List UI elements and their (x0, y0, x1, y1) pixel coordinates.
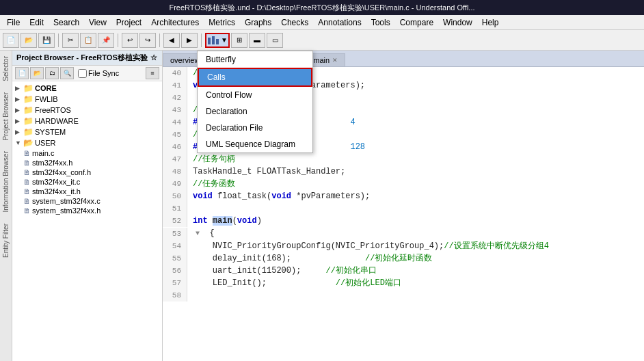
project-browser-toolbar: 📄 📂 🗂 🔍 File Sync ≡ (12, 66, 162, 81)
menu-graphs[interactable]: Graphs (241, 16, 276, 29)
forward-button[interactable]: ▶ (181, 33, 198, 48)
open-button[interactable]: 📂 (21, 33, 37, 48)
menu-window[interactable]: Window (439, 16, 477, 29)
line-content-56: uart_init(115200); //初始化串口 (187, 265, 377, 277)
graph-button[interactable]: ▼ (205, 33, 230, 48)
file-sync-checkbox[interactable] (78, 69, 87, 78)
dropdown-uml[interactable]: UML Sequence Diagram (198, 136, 312, 152)
graph-icon (207, 35, 221, 46)
menu-file[interactable]: File (3, 16, 24, 29)
undo-button[interactable]: ↩ (122, 33, 138, 48)
separator-4 (201, 34, 202, 47)
line-num-49: 49 (163, 178, 187, 190)
menu-bar: File Edit Search View Project Architectu… (0, 15, 644, 30)
selector-label: Selector (1, 51, 11, 87)
new-button[interactable]: 📄 (3, 33, 19, 48)
core-label: CORE (35, 84, 57, 92)
layout1-button[interactable]: ⊞ (231, 33, 247, 48)
layout3-button[interactable]: ▭ (267, 33, 283, 48)
menu-tools[interactable]: Tools (367, 16, 394, 29)
pb-new-btn[interactable]: 📄 (15, 67, 29, 79)
menu-metrics[interactable]: Metrics (204, 16, 239, 29)
line-content-52: int main(void) (187, 215, 262, 227)
hardware-folder-icon: 📁 (23, 116, 33, 126)
dropdown-declaration-file[interactable]: Declaration File (198, 120, 312, 136)
menu-architectures[interactable]: Architectures (147, 16, 203, 29)
tab-butterfly-close[interactable]: ✕ (332, 57, 338, 64)
system-label: SYSTEM (35, 128, 66, 136)
code-line-50: 50 void float_task(void *pvParameters); (163, 190, 644, 202)
dropdown-declaration[interactable]: Declaration (198, 103, 312, 120)
tree-item-stm32f4xx-it-c[interactable]: 🗎 stm32f4xx_it.c (12, 177, 162, 187)
stm32f4xx-h-icon: 🗎 (23, 159, 31, 167)
stm32f4xx-h-label: stm32f4xx.h (32, 159, 72, 167)
tree-item-core[interactable]: ▶ 📁 CORE (12, 83, 162, 94)
tree-item-system[interactable]: ▶ 📁 SYSTEM (12, 126, 162, 137)
tree-item-system-stm32f4xx-c[interactable]: 🗎 system_stm32f4xx.c (12, 196, 162, 206)
tree-item-user[interactable]: ▼ 📂 USER (12, 137, 162, 148)
line-num-53: 53 (163, 228, 187, 240)
line-content-48: TaskHandle_t FLOATTask_Handler; (187, 165, 345, 178)
tree-item-freertos[interactable]: ▶ 📁 FreeRTOS (12, 105, 162, 116)
line-content-57: LED_Init(); //初始化LED端口 (187, 277, 401, 289)
line-num-57: 57 (163, 277, 187, 289)
pb-folder-btn[interactable]: 🗂 (45, 67, 59, 79)
pb-search-btn[interactable]: 🔍 (60, 67, 74, 79)
freertos-arrow: ▶ (15, 107, 22, 113)
line-content-47: //任务句柄 (187, 153, 235, 165)
tab-overview-label: overview (170, 56, 200, 64)
menu-project[interactable]: Project (112, 16, 146, 29)
dropdown-declaration-file-label: Declaration File (206, 123, 263, 133)
stm32f4xx-conf-label: stm32f4xx_conf.h (32, 168, 91, 176)
tree-item-stm32f4xx-it-h[interactable]: 🗎 stm32f4xx_it.h (12, 187, 162, 196)
dropdown-control-flow[interactable]: Control Flow (198, 87, 312, 103)
menu-checks[interactable]: Checks (277, 16, 312, 29)
cut-button[interactable]: ✂ (62, 33, 79, 48)
separator-2 (118, 34, 118, 47)
menu-view[interactable]: View (85, 16, 111, 29)
paste-button[interactable]: 📌 (98, 33, 114, 48)
redo-button[interactable]: ↪ (139, 33, 156, 48)
tree-item-main-c[interactable]: 🗎 main.c (12, 148, 162, 158)
system-arrow: ▶ (15, 129, 22, 135)
freertos-folder-icon: 📁 (23, 105, 33, 115)
dropdown-calls-label: Calls (207, 72, 226, 82)
menu-help[interactable]: Help (478, 16, 503, 29)
dropdown-calls[interactable]: Calls (198, 68, 312, 87)
back-button[interactable]: ◀ (163, 33, 180, 48)
dropdown-butterfly[interactable]: Butterfly (198, 51, 312, 68)
user-label: USER (35, 139, 56, 147)
line-num-52: 52 (163, 215, 187, 227)
line-num-41: 41 (163, 79, 187, 92)
save-button[interactable]: 💾 (38, 33, 55, 48)
tree-item-stm32f4xx-conf-h[interactable]: 🗎 stm32f4xx_conf.h (12, 168, 162, 177)
expand-icon: ☆ (150, 53, 157, 62)
user-folder-icon: 📂 (23, 138, 33, 148)
code-line-54: 54 NVIC_PriorityGroupConfig(NVIC_Priorit… (163, 240, 644, 252)
menu-compare[interactable]: Compare (396, 16, 438, 29)
pb-open-btn[interactable]: 📂 (30, 67, 44, 79)
code-line-56: 56 uart_init(115200); //初始化串口 (163, 265, 644, 277)
copy-button[interactable]: 📋 (80, 33, 96, 48)
line-num-54: 54 (163, 240, 187, 252)
menu-search[interactable]: Search (49, 16, 83, 29)
line-content-51 (187, 202, 198, 215)
separator-3 (159, 34, 160, 47)
svg-rect-1 (212, 36, 215, 44)
tree-item-hardware[interactable]: ▶ 📁 HARDWARE (12, 116, 162, 126)
menu-annotations[interactable]: Annotations (314, 16, 365, 29)
tree-item-system-stm32f4xx-h[interactable]: 🗎 system_stm32f4xx.h (12, 206, 162, 215)
dropdown-uml-label: UML Sequence Diagram (206, 139, 295, 149)
layout2-button[interactable]: ▬ (249, 33, 265, 48)
tree-item-fwlib[interactable]: ▶ 📁 FWLIB (12, 94, 162, 105)
code-line-57: 57 LED_Init(); //初始化LED端口 (163, 277, 644, 289)
dropdown-control-flow-label: Control Flow (206, 90, 252, 100)
fwlib-folder-icon: 📁 (23, 94, 33, 104)
line-num-51: 51 (163, 202, 187, 215)
pb-menu-btn[interactable]: ≡ (146, 67, 159, 79)
fwlib-label: FWLIB (35, 95, 58, 103)
entity-filter-label: Entity Filter (1, 218, 11, 263)
menu-edit[interactable]: Edit (25, 16, 48, 29)
tree-item-stm32f4xx-h[interactable]: 🗎 stm32f4xx.h (12, 158, 162, 168)
line-content-50: void float_task(void *pvParameters); (187, 190, 370, 202)
